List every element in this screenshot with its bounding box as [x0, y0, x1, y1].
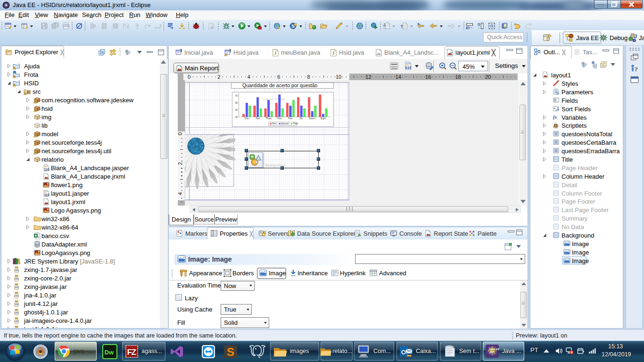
svg-text:010: 010: [15, 278, 18, 280]
svg-text:J: J: [332, 50, 335, 56]
svg-text:Column Header: Column Header: [262, 98, 286, 101]
svg-text:?: ?: [635, 66, 638, 73]
svg-text:75: 75: [235, 95, 238, 97]
svg-text:25: 25: [235, 109, 238, 111]
svg-text:Six: Six: [300, 117, 303, 120]
svg-text:010: 010: [405, 66, 412, 70]
svg-text:Eight: Eight: [321, 117, 326, 120]
svg-text:Third: Third: [293, 123, 298, 125]
svg-text:010: 010: [15, 295, 18, 297]
svg-text:One: One: [245, 117, 249, 120]
svg-text:Five: Five: [288, 117, 292, 120]
svg-text:O: O: [401, 348, 406, 355]
svg-text:Four: Four: [277, 117, 282, 120]
svg-text:Three: Three: [265, 117, 272, 120]
svg-text:Z: Z: [132, 347, 137, 356]
svg-text:First: First: [272, 123, 277, 125]
svg-text:110: 110: [44, 168, 50, 171]
svg-text:S: S: [227, 346, 234, 358]
svg-text:50: 50: [235, 102, 238, 104]
svg-text:fx: fx: [553, 115, 557, 120]
svg-text:00: 00: [235, 116, 238, 118]
svg-text:Seven: Seven: [309, 117, 315, 120]
svg-text:Two: Two: [256, 117, 260, 120]
svg-text:J: J: [274, 50, 277, 56]
svg-text:IDE: IDE: [489, 351, 494, 354]
svg-text:S: S: [292, 23, 295, 29]
svg-text:a: a: [38, 235, 40, 238]
svg-text:Second: Second: [281, 123, 289, 125]
svg-text:110: 110: [44, 193, 50, 197]
svg-text:010: 010: [15, 321, 18, 322]
svg-text:J: J: [634, 33, 637, 39]
svg-text:010: 010: [15, 304, 18, 305]
svg-text:Dw: Dw: [105, 349, 114, 356]
svg-text:z: z: [555, 108, 557, 111]
svg-text:010: 010: [15, 312, 18, 314]
svg-text:010: 010: [15, 287, 18, 288]
svg-text:010: 010: [15, 270, 18, 272]
